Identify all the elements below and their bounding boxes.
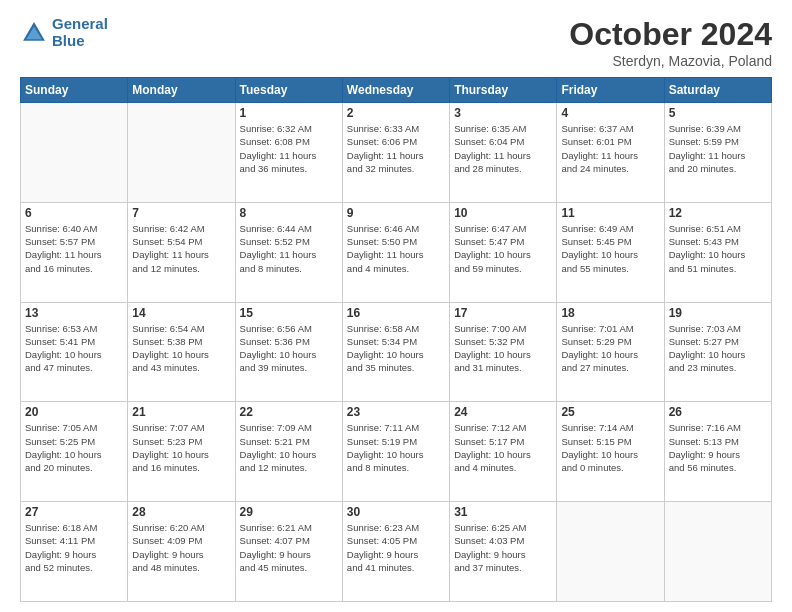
day-detail: Sunrise: 7:05 AMSunset: 5:25 PMDaylight:… [25, 421, 123, 474]
day-detail: Sunrise: 7:16 AMSunset: 5:13 PMDaylight:… [669, 421, 767, 474]
day-number: 4 [561, 106, 659, 120]
calendar-cell: 29Sunrise: 6:21 AMSunset: 4:07 PMDayligh… [235, 502, 342, 602]
day-number: 7 [132, 206, 230, 220]
day-number: 9 [347, 206, 445, 220]
calendar-week-row: 27Sunrise: 6:18 AMSunset: 4:11 PMDayligh… [21, 502, 772, 602]
logo-icon [20, 19, 48, 47]
calendar-cell: 23Sunrise: 7:11 AMSunset: 5:19 PMDayligh… [342, 402, 449, 502]
calendar-cell: 24Sunrise: 7:12 AMSunset: 5:17 PMDayligh… [450, 402, 557, 502]
day-number: 2 [347, 106, 445, 120]
day-number: 17 [454, 306, 552, 320]
day-number: 21 [132, 405, 230, 419]
calendar-cell [557, 502, 664, 602]
calendar-cell: 16Sunrise: 6:58 AMSunset: 5:34 PMDayligh… [342, 302, 449, 402]
calendar-cell: 19Sunrise: 7:03 AMSunset: 5:27 PMDayligh… [664, 302, 771, 402]
calendar-week-row: 20Sunrise: 7:05 AMSunset: 5:25 PMDayligh… [21, 402, 772, 502]
day-detail: Sunrise: 6:40 AMSunset: 5:57 PMDaylight:… [25, 222, 123, 275]
day-number: 12 [669, 206, 767, 220]
day-detail: Sunrise: 7:09 AMSunset: 5:21 PMDaylight:… [240, 421, 338, 474]
calendar-cell: 11Sunrise: 6:49 AMSunset: 5:45 PMDayligh… [557, 202, 664, 302]
day-detail: Sunrise: 6:37 AMSunset: 6:01 PMDaylight:… [561, 122, 659, 175]
calendar-cell: 13Sunrise: 6:53 AMSunset: 5:41 PMDayligh… [21, 302, 128, 402]
day-detail: Sunrise: 6:42 AMSunset: 5:54 PMDaylight:… [132, 222, 230, 275]
day-number: 26 [669, 405, 767, 419]
day-detail: Sunrise: 6:23 AMSunset: 4:05 PMDaylight:… [347, 521, 445, 574]
weekday-header: Saturday [664, 78, 771, 103]
day-detail: Sunrise: 7:11 AMSunset: 5:19 PMDaylight:… [347, 421, 445, 474]
logo-text: General Blue [52, 16, 108, 49]
day-number: 24 [454, 405, 552, 419]
weekday-header: Sunday [21, 78, 128, 103]
day-detail: Sunrise: 6:39 AMSunset: 5:59 PMDaylight:… [669, 122, 767, 175]
day-detail: Sunrise: 6:56 AMSunset: 5:36 PMDaylight:… [240, 322, 338, 375]
calendar-cell: 2Sunrise: 6:33 AMSunset: 6:06 PMDaylight… [342, 103, 449, 203]
day-number: 28 [132, 505, 230, 519]
day-detail: Sunrise: 6:21 AMSunset: 4:07 PMDaylight:… [240, 521, 338, 574]
day-number: 27 [25, 505, 123, 519]
day-number: 3 [454, 106, 552, 120]
calendar-cell: 22Sunrise: 7:09 AMSunset: 5:21 PMDayligh… [235, 402, 342, 502]
day-number: 1 [240, 106, 338, 120]
calendar-week-row: 13Sunrise: 6:53 AMSunset: 5:41 PMDayligh… [21, 302, 772, 402]
day-number: 14 [132, 306, 230, 320]
day-detail: Sunrise: 6:54 AMSunset: 5:38 PMDaylight:… [132, 322, 230, 375]
day-detail: Sunrise: 6:49 AMSunset: 5:45 PMDaylight:… [561, 222, 659, 275]
weekday-header: Tuesday [235, 78, 342, 103]
calendar-week-row: 1Sunrise: 6:32 AMSunset: 6:08 PMDaylight… [21, 103, 772, 203]
calendar-cell [21, 103, 128, 203]
calendar-week-row: 6Sunrise: 6:40 AMSunset: 5:57 PMDaylight… [21, 202, 772, 302]
calendar-cell: 10Sunrise: 6:47 AMSunset: 5:47 PMDayligh… [450, 202, 557, 302]
day-detail: Sunrise: 6:53 AMSunset: 5:41 PMDaylight:… [25, 322, 123, 375]
calendar-cell: 3Sunrise: 6:35 AMSunset: 6:04 PMDaylight… [450, 103, 557, 203]
day-number: 11 [561, 206, 659, 220]
day-number: 13 [25, 306, 123, 320]
page: General Blue October 2024 Sterdyn, Mazov… [0, 0, 792, 612]
day-detail: Sunrise: 6:44 AMSunset: 5:52 PMDaylight:… [240, 222, 338, 275]
day-detail: Sunrise: 6:32 AMSunset: 6:08 PMDaylight:… [240, 122, 338, 175]
calendar-cell: 15Sunrise: 6:56 AMSunset: 5:36 PMDayligh… [235, 302, 342, 402]
calendar-cell: 25Sunrise: 7:14 AMSunset: 5:15 PMDayligh… [557, 402, 664, 502]
calendar-cell: 18Sunrise: 7:01 AMSunset: 5:29 PMDayligh… [557, 302, 664, 402]
day-number: 22 [240, 405, 338, 419]
weekday-header: Friday [557, 78, 664, 103]
day-number: 23 [347, 405, 445, 419]
calendar-cell: 1Sunrise: 6:32 AMSunset: 6:08 PMDaylight… [235, 103, 342, 203]
calendar-cell [664, 502, 771, 602]
day-detail: Sunrise: 6:51 AMSunset: 5:43 PMDaylight:… [669, 222, 767, 275]
day-number: 29 [240, 505, 338, 519]
day-detail: Sunrise: 6:18 AMSunset: 4:11 PMDaylight:… [25, 521, 123, 574]
day-number: 6 [25, 206, 123, 220]
weekday-header: Thursday [450, 78, 557, 103]
day-detail: Sunrise: 7:14 AMSunset: 5:15 PMDaylight:… [561, 421, 659, 474]
calendar-cell: 8Sunrise: 6:44 AMSunset: 5:52 PMDaylight… [235, 202, 342, 302]
calendar-cell: 30Sunrise: 6:23 AMSunset: 4:05 PMDayligh… [342, 502, 449, 602]
calendar-cell: 31Sunrise: 6:25 AMSunset: 4:03 PMDayligh… [450, 502, 557, 602]
calendar-cell: 9Sunrise: 6:46 AMSunset: 5:50 PMDaylight… [342, 202, 449, 302]
calendar-cell: 5Sunrise: 6:39 AMSunset: 5:59 PMDaylight… [664, 103, 771, 203]
calendar-cell: 21Sunrise: 7:07 AMSunset: 5:23 PMDayligh… [128, 402, 235, 502]
calendar-cell: 28Sunrise: 6:20 AMSunset: 4:09 PMDayligh… [128, 502, 235, 602]
day-number: 18 [561, 306, 659, 320]
day-number: 31 [454, 505, 552, 519]
calendar-cell: 6Sunrise: 6:40 AMSunset: 5:57 PMDaylight… [21, 202, 128, 302]
day-detail: Sunrise: 6:35 AMSunset: 6:04 PMDaylight:… [454, 122, 552, 175]
day-detail: Sunrise: 7:03 AMSunset: 5:27 PMDaylight:… [669, 322, 767, 375]
day-detail: Sunrise: 6:20 AMSunset: 4:09 PMDaylight:… [132, 521, 230, 574]
day-detail: Sunrise: 7:07 AMSunset: 5:23 PMDaylight:… [132, 421, 230, 474]
day-number: 8 [240, 206, 338, 220]
header: General Blue October 2024 Sterdyn, Mazov… [20, 16, 772, 69]
calendar-header-row: SundayMondayTuesdayWednesdayThursdayFrid… [21, 78, 772, 103]
day-detail: Sunrise: 7:12 AMSunset: 5:17 PMDaylight:… [454, 421, 552, 474]
calendar-cell: 27Sunrise: 6:18 AMSunset: 4:11 PMDayligh… [21, 502, 128, 602]
day-detail: Sunrise: 7:00 AMSunset: 5:32 PMDaylight:… [454, 322, 552, 375]
calendar-cell: 17Sunrise: 7:00 AMSunset: 5:32 PMDayligh… [450, 302, 557, 402]
weekday-header: Wednesday [342, 78, 449, 103]
day-number: 15 [240, 306, 338, 320]
logo: General Blue [20, 16, 108, 49]
day-number: 16 [347, 306, 445, 320]
day-number: 30 [347, 505, 445, 519]
day-number: 10 [454, 206, 552, 220]
calendar-cell: 12Sunrise: 6:51 AMSunset: 5:43 PMDayligh… [664, 202, 771, 302]
subtitle: Sterdyn, Mazovia, Poland [569, 53, 772, 69]
day-detail: Sunrise: 7:01 AMSunset: 5:29 PMDaylight:… [561, 322, 659, 375]
